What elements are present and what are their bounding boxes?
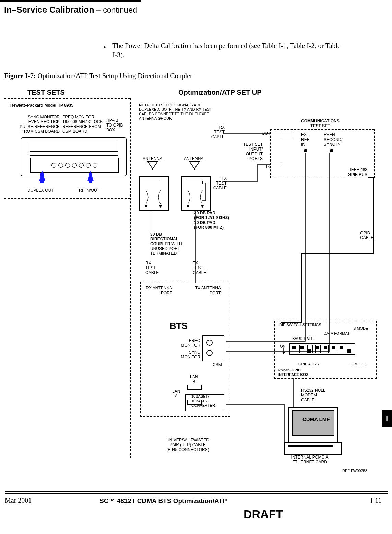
draft-label: DRAFT <box>243 508 283 521</box>
out-port <box>282 133 293 138</box>
lan-port <box>187 385 202 390</box>
ieee488-label: IEEE 488 GPIB BUS <box>347 167 367 177</box>
in-label: IN <box>266 165 270 169</box>
body-text: The Power Delta Calibration has been per… <box>112 41 346 60</box>
svg-marker-9 <box>282 352 285 354</box>
hpib-label: HP–IB TO GPIB BOX <box>106 118 123 132</box>
port-dot <box>304 149 307 152</box>
sync-mon-label: SYNC MONITOR <box>178 350 200 359</box>
csm-label: CSM <box>213 362 222 367</box>
rs232gpib-label: RS232–GPIB INTERFACE BOX <box>278 368 308 377</box>
header-strip <box>0 0 141 2</box>
freq-mon-label: FREQ MONITOR <box>178 338 200 348</box>
footer-center: SC™ 4812T CDMA BTS Optimization/ATP <box>99 497 227 505</box>
dip-switches <box>289 343 355 355</box>
db-pad-label: 20 DB PAD (FOR 1.7/1.9 GHZ) 10 DB PAD (F… <box>194 211 229 230</box>
lanb-label: LAN B <box>190 375 198 384</box>
lmf-monitor <box>288 407 338 443</box>
footer-page: I-11 <box>370 497 382 505</box>
svg-marker-5 <box>159 205 162 208</box>
cdma-lmf-label: CDMA LMF <box>302 416 330 422</box>
evensync-label: EVEN SECOND/ SYNC IN <box>324 132 343 147</box>
svg-marker-0 <box>147 161 158 169</box>
antenna-icon <box>147 161 158 170</box>
fig-cap: Optimization/ATP Test Setup Using Direct… <box>36 72 192 80</box>
lmf-base <box>284 442 342 455</box>
freq-monitor-label: FREQ MONITOR 19.6608 MHZ CLOCK REFERENCE… <box>62 115 103 134</box>
fig-tag: Figure I-7: <box>4 72 36 80</box>
note-text: NOTE: IF BTS RX/TX SIGNALS ARE DUPLEXED:… <box>139 103 235 121</box>
note-bold: NOTE: <box>139 103 151 107</box>
div-dash <box>130 98 131 458</box>
gpib-cable-label: GPIB CABLE <box>360 230 373 240</box>
title-bold: In–Service Calibration <box>4 5 94 14</box>
footer-date: Mar 2001 <box>5 497 32 505</box>
comm-testset-label: COMMUNICATIONS TEST SET <box>301 119 340 128</box>
baud-label: BAUD RATE <box>292 336 313 341</box>
out-label: OUT <box>262 131 270 136</box>
svg-marker-7 <box>201 205 204 208</box>
port-dot <box>330 149 333 152</box>
rx-test-cable-label2: RX TEST CABLE <box>145 261 159 275</box>
arrow-up-icon <box>39 171 45 181</box>
hp8935-instrument <box>21 137 127 176</box>
duplex-out-label: DUPLEX OUT <box>27 188 54 193</box>
title-cont: – continued <box>94 5 137 14</box>
page-title: In–Service Calibration – continued <box>4 5 137 15</box>
bts-label: BTS <box>170 321 188 331</box>
sync-monitor-label: SYNC MONITOR EVEN SEC TICK PULSE REFEREN… <box>15 115 60 134</box>
bullet-icon: • <box>104 44 106 51</box>
utp-label: UNIVERSAL TWISTED PAIR (UTP) CABLE (RJ45… <box>161 438 214 452</box>
dir-coupler-label: 30 DB DIRECTIONAL COUPLER WITH UNUSED PO… <box>150 232 182 256</box>
antenna-icon <box>189 161 200 170</box>
coupler-box <box>139 176 169 211</box>
side-index-I: I <box>382 410 392 427</box>
dataformat-label: DATA FORMAT <box>324 331 350 336</box>
in-port <box>271 162 282 167</box>
svg-marker-4 <box>145 205 147 208</box>
pcmcia-label: INTERNAL PCMCIA ETHERNET CARD <box>287 455 332 464</box>
ref-label: REF FW00758 <box>342 468 367 473</box>
rf-inout-label: RF IN/OUT <box>79 188 99 193</box>
testset-ports-label: TEST SET INPUT/ OUTPUT PORTS <box>239 142 263 161</box>
dip-title: DIP SWITCH SETTINGS <box>279 323 321 327</box>
antenna-label1: ANTENNA <box>143 156 162 161</box>
page-break-bottom <box>5 493 388 494</box>
rs232null-label: RS232 NULL MODEM CABLE <box>301 388 325 402</box>
csm-box <box>202 335 224 361</box>
div-dash <box>4 98 130 99</box>
svg-marker-2 <box>189 161 200 169</box>
extref-label: EXT REF IN <box>301 132 309 147</box>
tx-test-cable-label: TX TEST CABLE <box>212 176 227 190</box>
hp-model-label: Hewlett–Packard Model HP 8935 <box>10 103 73 108</box>
out-port <box>271 133 282 138</box>
div-dash <box>4 198 130 199</box>
gmode-label: G MODE <box>351 362 366 366</box>
baset-label: 10BASET/ 10BASE2 CONVERTER <box>191 394 215 408</box>
rx-test-cable-label: RX TEST CABLE <box>210 125 225 139</box>
svg-marker-6 <box>187 205 189 208</box>
smode-label: S MODE <box>353 326 368 331</box>
page-break-top <box>5 491 388 492</box>
tx-test-cable-label2: TX TEST CABLE <box>193 261 206 275</box>
arrow-down-icon <box>282 348 285 355</box>
gpib-adrs-label: GPIB ADRS <box>298 362 319 366</box>
section-opt: Optimization/ATP SET UP <box>178 88 262 96</box>
figure-caption: Figure I-7: Optimization/ATP Test Setup … <box>4 72 192 80</box>
coupler-box <box>181 176 211 211</box>
arrow-up-icon <box>87 171 94 181</box>
lana-label: LAN A <box>172 389 180 399</box>
section-testsets: TEST SETS <box>27 88 65 96</box>
antenna-label2: ANTENNA <box>184 156 203 161</box>
